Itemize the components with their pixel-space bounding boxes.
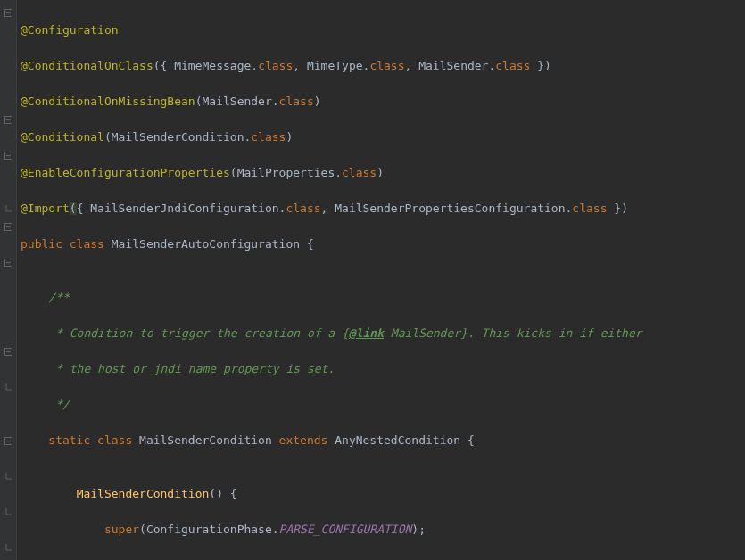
enum-constant: PARSE_CONFIGURATION bbox=[279, 523, 412, 536]
type-ref: MailSenderPropertiesConfiguration bbox=[335, 202, 565, 215]
gutter-blank bbox=[0, 360, 16, 378]
gutter-blank bbox=[0, 235, 16, 253]
code-line[interactable]: * Condition to trigger the creation of a… bbox=[21, 325, 642, 342]
punct: ) bbox=[314, 95, 321, 108]
code-line[interactable]: @ConditionalOnMissingBean(MailSender.cla… bbox=[21, 93, 642, 111]
code-line[interactable]: super(ConfigurationPhase.PARSE_CONFIGURA… bbox=[21, 521, 642, 539]
fold-toggle[interactable] bbox=[0, 111, 16, 128]
gutter-blank bbox=[0, 21, 16, 39]
annotation: @EnableConfigurationProperties bbox=[21, 166, 230, 179]
gutter-blank bbox=[0, 39, 16, 57]
keyword: super bbox=[104, 523, 139, 536]
keyword: class bbox=[251, 130, 286, 144]
punct: ( bbox=[104, 130, 112, 144]
javadoc: MailSender bbox=[384, 326, 460, 340]
gutter-blank bbox=[0, 271, 16, 289]
annotation: @ConditionalOnMissingBean bbox=[21, 95, 195, 108]
annotation: @Conditional bbox=[21, 130, 104, 144]
code-line[interactable]: MailSenderCondition() { bbox=[21, 485, 642, 503]
punct: . bbox=[335, 166, 342, 179]
punct: ({ bbox=[153, 59, 174, 72]
punct: , bbox=[321, 202, 335, 215]
gutter-blank bbox=[0, 307, 16, 325]
type-ref: MailSender bbox=[418, 59, 488, 72]
constructor-name: MailSenderCondition bbox=[77, 487, 210, 500]
annotation: @ConditionalOnClass bbox=[21, 59, 153, 72]
annotation: @Configuration bbox=[21, 23, 119, 37]
punct: ( bbox=[230, 166, 237, 179]
keyword: class bbox=[286, 202, 320, 215]
fold-toggle[interactable] bbox=[0, 253, 16, 271]
code-editor[interactable]: @Configuration @ConditionalOnClass({ Mim… bbox=[0, 0, 745, 560]
gutter-blank bbox=[0, 128, 16, 146]
gutter-blank bbox=[0, 325, 16, 342]
indent bbox=[21, 523, 104, 536]
fold-toggle[interactable] bbox=[0, 539, 16, 556]
punct: ); bbox=[411, 523, 426, 536]
javadoc-tag: @link bbox=[349, 326, 384, 340]
javadoc: /** bbox=[21, 291, 70, 304]
keyword: class bbox=[369, 59, 404, 72]
fold-toggle[interactable] bbox=[0, 503, 16, 521]
fold-toggle[interactable] bbox=[0, 432, 16, 449]
punct: }) bbox=[607, 202, 627, 215]
gutter-blank bbox=[0, 396, 16, 414]
code-line[interactable]: @ConditionalOnClass({ MimeMessage.class,… bbox=[21, 57, 642, 75]
code-line[interactable]: } bbox=[21, 556, 642, 560]
code-line[interactable]: */ bbox=[21, 396, 642, 414]
code-line[interactable]: public class MailSenderAutoConfiguration… bbox=[21, 235, 642, 253]
fold-toggle[interactable] bbox=[0, 146, 16, 164]
code-line[interactable]: @Import({ MailSenderJndiConfiguration.cl… bbox=[21, 200, 642, 218]
punct: () { bbox=[209, 487, 236, 500]
type-ref: AnyNestedCondition { bbox=[335, 433, 475, 447]
keyword: class bbox=[495, 59, 530, 72]
punct: ( bbox=[70, 202, 77, 215]
class-name: MailSenderAutoConfiguration { bbox=[112, 237, 314, 251]
punct: { bbox=[77, 202, 91, 215]
keyword: class bbox=[342, 166, 377, 179]
javadoc: * the host or jndi name property is set. bbox=[21, 362, 335, 375]
punct: . bbox=[251, 59, 258, 72]
code-line[interactable]: @EnableConfigurationProperties(MailPrope… bbox=[21, 164, 642, 182]
gutter bbox=[0, 0, 17, 560]
type-ref: MimeMessage bbox=[174, 59, 251, 72]
javadoc: */ bbox=[21, 398, 70, 411]
punct: . bbox=[272, 95, 279, 108]
indent bbox=[21, 433, 48, 447]
code-line[interactable]: /** bbox=[21, 289, 642, 307]
gutter-blank bbox=[0, 521, 16, 539]
punct: (ConfigurationPhase. bbox=[139, 523, 279, 536]
type-ref: MailSender bbox=[203, 95, 272, 108]
gutter-blank bbox=[0, 93, 16, 111]
punct: ) bbox=[377, 166, 384, 179]
gutter-blank bbox=[0, 414, 16, 432]
keyword: public class bbox=[21, 237, 112, 251]
fold-toggle[interactable] bbox=[0, 218, 16, 235]
fold-toggle[interactable] bbox=[0, 200, 16, 218]
code-line[interactable]: @Configuration bbox=[21, 21, 642, 39]
keyword: class bbox=[258, 59, 293, 72]
gutter-blank bbox=[0, 75, 16, 93]
type-ref: MimeType bbox=[307, 59, 363, 72]
fold-toggle[interactable] bbox=[0, 467, 16, 485]
fold-toggle[interactable] bbox=[0, 342, 16, 360]
code-line[interactable]: * the host or jndi name property is set. bbox=[21, 360, 642, 378]
fold-toggle[interactable] bbox=[0, 4, 16, 21]
type-ref: MailSenderJndiConfiguration bbox=[90, 202, 278, 215]
type-ref: MailSenderCondition bbox=[112, 130, 244, 144]
class-name: MailSenderCondition bbox=[139, 433, 279, 447]
gutter-blank bbox=[0, 182, 16, 200]
annotation: @Import bbox=[21, 202, 70, 215]
punct: , bbox=[405, 59, 419, 72]
gutter-blank bbox=[0, 57, 16, 75]
code-area[interactable]: @Configuration @ConditionalOnClass({ Mim… bbox=[17, 0, 642, 560]
javadoc: * Condition to trigger the creation of a… bbox=[21, 326, 349, 340]
fold-toggle[interactable] bbox=[0, 378, 16, 396]
keyword: class bbox=[279, 95, 314, 108]
javadoc: }. This kicks in if either bbox=[460, 326, 642, 340]
code-line[interactable]: static class MailSenderCondition extends… bbox=[21, 432, 642, 449]
punct: ( bbox=[195, 95, 203, 108]
indent bbox=[21, 487, 77, 500]
code-line[interactable]: @Conditional(MailSenderCondition.class) bbox=[21, 128, 642, 146]
punct: }) bbox=[530, 59, 550, 72]
